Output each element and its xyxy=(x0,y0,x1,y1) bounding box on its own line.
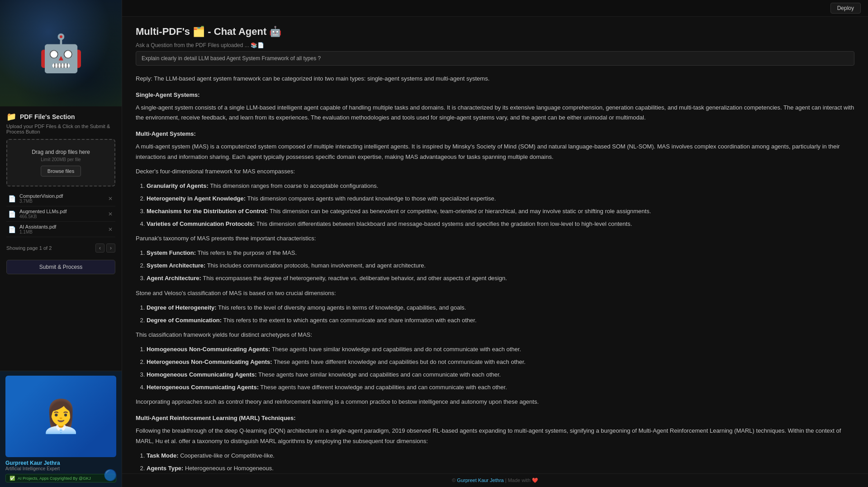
chat-area[interactable]: Multi-PDF's 🗂️ - Chat Agent 🤖 Ask a Ques… xyxy=(122,17,868,473)
list-item: System Architecture: This includes commu… xyxy=(147,261,854,271)
marl-body: Following the breakthrough of the deep Q… xyxy=(136,426,854,446)
bold-term: Agents Type: xyxy=(147,465,183,472)
list-item: Varieties of Communication Protocols: Th… xyxy=(147,219,854,229)
bold-term: Homogeneous Non-Communicating Agents: xyxy=(147,346,270,353)
footer-suffix: | Made with ❤️ xyxy=(505,477,538,483)
file-remove-button[interactable]: ✕ xyxy=(107,195,114,203)
file-size: 466.5KB xyxy=(19,214,104,219)
main-content: Deploy Multi-PDF's 🗂️ - Chat Agent 🤖 Ask… xyxy=(122,0,868,487)
list-item: System Function: This refers to the purp… xyxy=(147,248,854,258)
profile-badge: ✅ AI Projects, Apps Copyrighted By @GKJ xyxy=(5,474,116,482)
list-item: Agent Architecture: This encompasses the… xyxy=(147,273,854,283)
parunak-intro: Parunak's taxonomy of MAS presents three… xyxy=(136,234,854,244)
file-info: AI Assistants.pdf 1.1MB xyxy=(19,224,104,234)
list-item: Mechanisms for the Distribution of Contr… xyxy=(147,206,854,216)
marl-list: Task Mode: Cooperative-like or Competiti… xyxy=(136,451,854,473)
footer: © Gurpreet Kaur Jethra | Made with ❤️ xyxy=(122,473,868,487)
folder-icon: 📁 xyxy=(6,112,16,122)
list-item: Heterogeneous Communicating Agents: Thes… xyxy=(147,382,854,392)
file-name: AI Assistants.pdf xyxy=(19,224,104,229)
file-item: 📄 ComputerVision.pdf 3.7MB ✕ xyxy=(6,191,115,206)
stone-veloso-list: Degree of Heterogeneity: This refers to … xyxy=(136,303,854,325)
drop-zone[interactable]: Drag and drop files here Limit 200MB per… xyxy=(6,139,115,186)
profile-name: Gurpreet Kaur Jethra xyxy=(5,460,116,466)
profile-image: 👩‍💼 xyxy=(5,376,116,457)
deploy-button[interactable]: Deploy xyxy=(830,3,861,14)
deckers-intro: Decker's four-dimensional framework for … xyxy=(136,167,854,177)
bold-term: Heterogeneous Non-Communicating Agents: xyxy=(147,358,272,365)
gkj-logo-icon: 🔵 xyxy=(104,469,117,482)
pdf-section-title: 📁 PDF File's Section xyxy=(6,112,115,122)
multi-agent-heading: Multi-Agent Systems: xyxy=(136,129,854,139)
pdf-section: 📁 PDF File's Section Upload your PDF Fil… xyxy=(0,106,122,371)
reinforcement-note: Incorporating approaches such as control… xyxy=(136,397,854,407)
multi-agent-body: A multi-agent system (MAS) is a computer… xyxy=(136,142,854,162)
submit-process-button[interactable]: Submit & Process xyxy=(6,260,115,274)
question-label: Ask a Question from the PDF Files upload… xyxy=(136,42,854,48)
reply-intro: Reply: The LLM-based agent system framew… xyxy=(136,74,854,84)
hero-image: 🤖 xyxy=(0,0,122,106)
question-label-text: Ask a Question from the PDF Files upload… xyxy=(136,42,264,48)
reply-section: Reply: The LLM-based agent system framew… xyxy=(136,74,854,473)
next-page-button[interactable]: › xyxy=(106,244,115,253)
file-item: 📄 AI Assistants.pdf 1.1MB ✕ xyxy=(6,222,115,237)
parunak-list: System Function: This refers to the purp… xyxy=(136,248,854,283)
stone-veloso-intro: Stone and Veloso's classification of MAS… xyxy=(136,288,854,298)
check-icon: ✅ xyxy=(9,476,15,481)
chat-title-text: Multi-PDF's 🗂️ - Chat Agent 🤖 xyxy=(136,26,281,38)
drop-limit: Limit 200MB per file xyxy=(13,157,109,162)
drop-title: Drag and drop files here xyxy=(13,149,109,155)
archetypes-intro: This classification framework yields fou… xyxy=(136,330,854,340)
pdf-file-icon: 📄 xyxy=(8,210,16,218)
browse-files-button[interactable]: Browse files xyxy=(41,166,81,177)
profile-section: 👩‍💼 Gurpreet Kaur Jethra Artificial Inte… xyxy=(0,371,122,487)
deckers-list: Granularity of Agents: This dimension ra… xyxy=(136,181,854,229)
bold-term: Granularity of Agents: xyxy=(147,182,209,189)
pagination-row: Showing page 1 of 2 ‹ › xyxy=(6,241,115,255)
list-item: Agents Type: Heterogeneous or Homogeneou… xyxy=(147,463,854,473)
bold-term: Varieties of Communication Protocols: xyxy=(147,220,255,227)
badge-text: AI Projects, Apps Copyrighted By @GKJ xyxy=(18,476,91,481)
bold-term: System Function: xyxy=(147,249,196,256)
file-size: 1.1MB xyxy=(19,229,104,234)
footer-copyright: © xyxy=(452,477,457,483)
file-list: 📄 ComputerVision.pdf 3.7MB ✕ 📄 Augmented… xyxy=(6,191,115,237)
file-remove-button[interactable]: ✕ xyxy=(107,210,114,218)
file-item: 📄 Augmented LLMs.pdf 466.5KB ✕ xyxy=(6,206,115,222)
file-name: ComputerVision.pdf xyxy=(19,193,104,199)
list-item: Heterogeneous Non-Communicating Agents: … xyxy=(147,357,854,367)
list-item: Degree of Heterogeneity: This refers to … xyxy=(147,303,854,313)
pagination-buttons: ‹ › xyxy=(95,244,115,253)
footer-author-link[interactable]: Gurpreet Kaur Jethra xyxy=(457,477,503,483)
list-item: Degree of Communication: This refers to … xyxy=(147,315,854,325)
file-info: ComputerVision.pdf 3.7MB xyxy=(19,193,104,204)
list-item: Task Mode: Cooperative-like or Competiti… xyxy=(147,451,854,461)
list-item: Granularity of Agents: This dimension ra… xyxy=(147,181,854,191)
upload-hint: Upload your PDF Files & Click on the Sub… xyxy=(6,124,115,134)
question-input-display[interactable]: Explain clearly in detail LLM based Agen… xyxy=(136,51,854,66)
profile-card: 👩‍💼 Gurpreet Kaur Jethra Artificial Inte… xyxy=(0,371,122,487)
bold-term: Degree of Heterogeneity: xyxy=(147,304,217,311)
bold-term: Agent Architecture: xyxy=(147,275,201,282)
question-text: Explain clearly in detail LLM based Agen… xyxy=(142,55,321,62)
bold-term: Task Mode: xyxy=(147,452,179,459)
file-remove-button[interactable]: ✕ xyxy=(107,225,114,234)
prev-page-button[interactable]: ‹ xyxy=(95,244,104,253)
chat-title: Multi-PDF's 🗂️ - Chat Agent 🤖 xyxy=(136,26,854,38)
robot-illustration: 🤖 xyxy=(0,0,122,106)
bold-term: Mechanisms for the Distribution of Contr… xyxy=(147,208,268,215)
pdf-section-heading: PDF File's Section xyxy=(20,113,75,120)
pdf-file-icon: 📄 xyxy=(8,195,16,202)
single-agent-body: A single-agent system consists of a sing… xyxy=(136,103,854,123)
single-agent-heading: Single-Agent Systems: xyxy=(136,90,854,100)
file-size: 3.7MB xyxy=(19,199,104,204)
bold-term: System Architecture: xyxy=(147,262,205,269)
top-bar: Deploy xyxy=(122,0,868,17)
pagination-text: Showing page 1 of 2 xyxy=(6,245,52,251)
archetypes-list: Homogeneous Non-Communicating Agents: Th… xyxy=(136,344,854,392)
file-name: Augmented LLMs.pdf xyxy=(19,209,104,214)
profile-title: Artificial Intelligence Expert xyxy=(5,466,116,471)
list-item: Homogeneous Non-Communicating Agents: Th… xyxy=(147,344,854,354)
file-info: Augmented LLMs.pdf 466.5KB xyxy=(19,209,104,219)
pdf-file-icon: 📄 xyxy=(8,226,16,233)
